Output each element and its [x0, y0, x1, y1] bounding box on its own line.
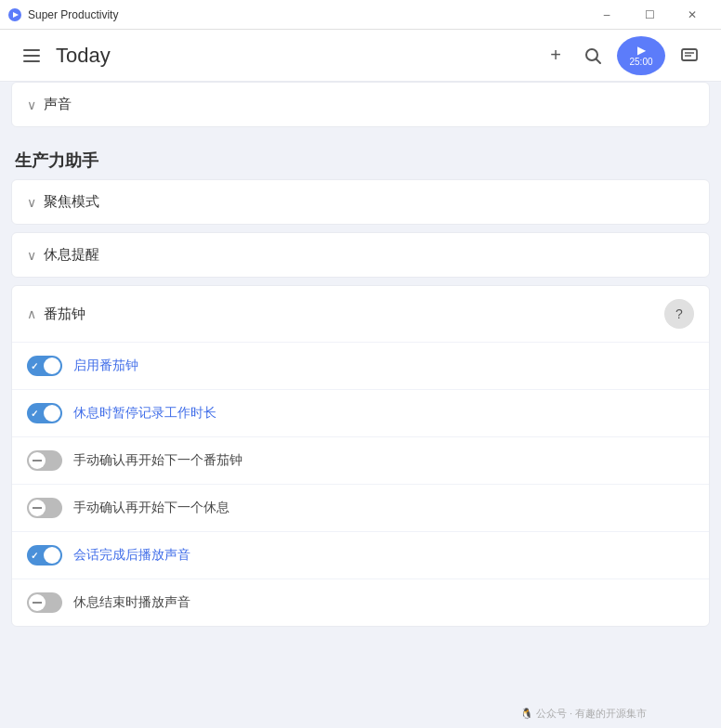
dash-icon2 [33, 507, 42, 509]
break-reminder-arrow: ∨ [27, 248, 36, 263]
main-content: ∨ 声音 生产力助手 ∨ 聚焦模式 ∨ 休息提醒 ∧ 番茄钟 ? [0, 82, 721, 728]
svg-rect-4 [682, 49, 697, 60]
hamburger-icon [23, 49, 40, 62]
sound-section: ∨ 声音 [11, 82, 710, 127]
toggle-pause-on-break-switch[interactable]: ✓ [27, 403, 62, 423]
header-actions: + ▶ 25:00 [539, 36, 706, 75]
break-reminder-title: 休息提醒 [44, 246, 99, 264]
chat-button[interactable] [673, 39, 706, 72]
sound-collapse-arrow: ∨ [27, 98, 36, 112]
minimize-button[interactable]: – [585, 0, 628, 30]
toggle-check-icon: ✓ [31, 361, 38, 371]
app-header: Today + ▶ 25:00 [0, 30, 721, 82]
pomodoro-header[interactable]: ∧ 番茄钟 ? [12, 286, 709, 342]
add-button[interactable]: + [539, 39, 572, 72]
toggle-manual-pomodoro-label: 手动确认再开始下一个番茄钟 [73, 452, 243, 469]
search-icon [583, 46, 602, 65]
menu-button[interactable] [15, 39, 48, 72]
toggle-manual-next-pomodoro[interactable]: 手动确认再开始下一个番茄钟 [12, 436, 709, 484]
break-reminder-section: ∨ 休息提醒 [11, 232, 710, 278]
toggle-play-sound-break-switch[interactable] [27, 592, 62, 613]
search-button[interactable] [576, 39, 610, 72]
sound-collapse-row[interactable]: ∨ 声音 [11, 82, 710, 127]
app-icon [7, 7, 22, 22]
watermark: 🐧 公众号 · 有趣的开源集市 [520, 707, 647, 721]
toggle-enable-pomodoro-switch[interactable]: ✓ [27, 356, 62, 376]
toggle-check-icon2: ✓ [31, 409, 38, 419]
toggle-enable-pomodoro[interactable]: ✓ 启用番茄钟 [12, 342, 709, 389]
timer-display: 25:00 [629, 58, 652, 67]
focus-mode-section: ∨ 聚焦模式 [11, 179, 710, 225]
toggle-manual-break-label: 手动确认再开始下一个休息 [73, 500, 229, 516]
dash-icon [33, 460, 42, 462]
toggle-pause-on-break-label: 休息时暂停记录工作时长 [73, 405, 216, 422]
pomodoro-expand-arrow: ∧ [27, 306, 36, 321]
window-controls: – ☐ ✕ [585, 0, 714, 30]
chat-icon [680, 46, 699, 65]
toggle-manual-next-break[interactable]: 手动确认再开始下一个休息 [12, 484, 709, 531]
dash-icon3 [33, 602, 42, 604]
focus-mode-title: 聚焦模式 [44, 193, 99, 211]
timer-button[interactable]: ▶ 25:00 [617, 36, 665, 75]
toggle-manual-break-switch[interactable] [27, 498, 62, 518]
toggle-pause-on-break[interactable]: ✓ 休息时暂停记录工作时长 [12, 389, 709, 436]
help-button[interactable]: ? [664, 299, 694, 329]
title-bar: Super Productivity – ☐ ✕ [0, 0, 721, 30]
pomodoro-section: ∧ 番茄钟 ? ✓ 启用番茄钟 ✓ 休息时暂停记录工作时长 手动确认再开始下一个… [11, 285, 710, 627]
focus-mode-arrow: ∨ [27, 195, 36, 210]
toggle-enable-pomodoro-label: 启用番茄钟 [73, 358, 138, 374]
sound-title: 声音 [44, 96, 72, 113]
pomodoro-title: 番茄钟 [44, 306, 85, 323]
toggle-check-icon3: ✓ [31, 551, 38, 561]
toggle-play-sound-session[interactable]: ✓ 会话完成后播放声音 [12, 531, 709, 578]
close-button[interactable]: ✕ [671, 0, 714, 30]
maximize-button[interactable]: ☐ [628, 0, 671, 30]
page-title: Today [56, 44, 539, 68]
break-reminder-row[interactable]: ∨ 休息提醒 [11, 232, 710, 278]
toggle-play-sound-session-label: 会话完成后播放声音 [73, 547, 190, 564]
svg-line-3 [596, 58, 601, 63]
app-title: Super Productivity [28, 8, 585, 21]
toggle-play-sound-break[interactable]: 休息结束时播放声音 [12, 578, 709, 626]
productivity-heading: 生产力助手 [0, 135, 721, 179]
timer-play-icon: ▶ [637, 45, 646, 56]
focus-mode-row[interactable]: ∨ 聚焦模式 [11, 179, 710, 225]
toggle-play-sound-session-switch[interactable]: ✓ [27, 545, 62, 566]
toggle-play-sound-break-label: 休息结束时播放声音 [73, 594, 190, 611]
pomodoro-header-left: ∧ 番茄钟 [27, 306, 85, 323]
toggle-manual-pomodoro-switch[interactable] [27, 450, 62, 471]
